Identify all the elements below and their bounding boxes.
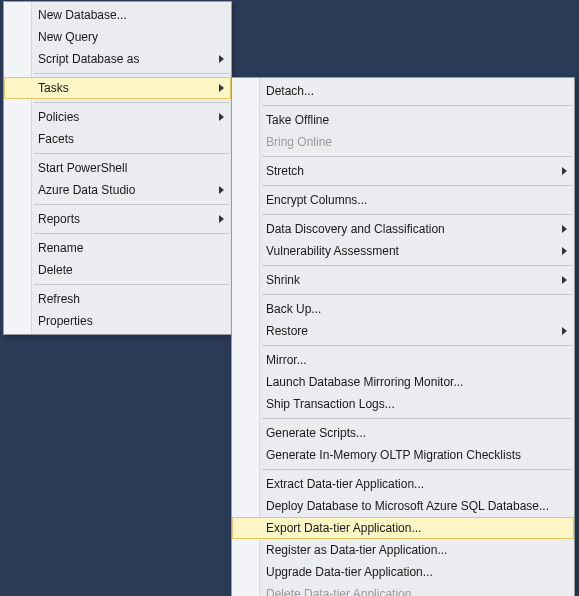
menu-item-bring-online: Bring Online [232, 131, 574, 153]
menu-item-label: Rename [38, 241, 211, 255]
chevron-right-icon [219, 215, 224, 223]
menu-item-azure-data-studio[interactable]: Azure Data Studio [4, 179, 231, 201]
menu-item-label: New Database... [38, 8, 211, 22]
menu-item-ship-transaction-logs[interactable]: Ship Transaction Logs... [232, 393, 574, 415]
menu-item-label: Back Up... [266, 302, 554, 316]
chevron-right-icon [562, 247, 567, 255]
menu-item-encrypt-columns[interactable]: Encrypt Columns... [232, 189, 574, 211]
menu-item-register-dacpac[interactable]: Register as Data-tier Application... [232, 539, 574, 561]
context-menu-main: New Database...New QueryScript Database … [3, 1, 232, 335]
menu-item-reports[interactable]: Reports [4, 208, 231, 230]
menu-separator [262, 214, 572, 215]
chevron-right-icon [562, 327, 567, 335]
menu-item-label: Azure Data Studio [38, 183, 211, 197]
menu-item-label: Generate Scripts... [266, 426, 554, 440]
menu-separator [34, 102, 229, 103]
menu-item-label: Take Offline [266, 113, 554, 127]
menu-item-label: Export Data-tier Application... [266, 521, 554, 535]
menu-item-deploy-azure-sql[interactable]: Deploy Database to Microsoft Azure SQL D… [232, 495, 574, 517]
menu-item-stretch[interactable]: Stretch [232, 160, 574, 182]
menu-item-label: Mirror... [266, 353, 554, 367]
menu-item-export-dacpac[interactable]: Export Data-tier Application... [232, 517, 574, 539]
menu-separator [34, 204, 229, 205]
menu-item-rename[interactable]: Rename [4, 237, 231, 259]
menu-item-label: New Query [38, 30, 211, 44]
menu-item-delete-dacpac: Delete Data-tier Application... [232, 583, 574, 596]
menu-item-label: Stretch [266, 164, 554, 178]
menu-item-label: Refresh [38, 292, 211, 306]
menu-item-label: Start PowerShell [38, 161, 211, 175]
menu-separator [262, 469, 572, 470]
chevron-right-icon [562, 225, 567, 233]
menu-item-new-database[interactable]: New Database... [4, 4, 231, 26]
menu-item-label: Detach... [266, 84, 554, 98]
menu-separator [262, 156, 572, 157]
menu-item-label: Facets [38, 132, 211, 146]
menu-item-label: Deploy Database to Microsoft Azure SQL D… [266, 499, 554, 513]
menu-item-shrink[interactable]: Shrink [232, 269, 574, 291]
menu-item-label: Vulnerability Assessment [266, 244, 554, 258]
menu-item-label: Generate In-Memory OLTP Migration Checkl… [266, 448, 554, 462]
chevron-right-icon [219, 113, 224, 121]
menu-item-label: Delete [38, 263, 211, 277]
menu-item-label: Register as Data-tier Application... [266, 543, 554, 557]
menu-item-generate-oltp-checklists[interactable]: Generate In-Memory OLTP Migration Checkl… [232, 444, 574, 466]
menu-separator [262, 418, 572, 419]
menu-item-upgrade-dacpac[interactable]: Upgrade Data-tier Application... [232, 561, 574, 583]
context-menu-tasks: Detach...Take OfflineBring OnlineStretch… [231, 77, 575, 596]
menu-item-take-offline[interactable]: Take Offline [232, 109, 574, 131]
menu-item-delete[interactable]: Delete [4, 259, 231, 281]
menu-item-refresh[interactable]: Refresh [4, 288, 231, 310]
menu-separator [262, 105, 572, 106]
menu-item-tasks[interactable]: Tasks [4, 77, 231, 99]
chevron-right-icon [219, 84, 224, 92]
menu-item-generate-scripts[interactable]: Generate Scripts... [232, 422, 574, 444]
menu-item-label: Policies [38, 110, 211, 124]
menu-item-extract-dacpac[interactable]: Extract Data-tier Application... [232, 473, 574, 495]
menu-item-new-query[interactable]: New Query [4, 26, 231, 48]
menu-item-start-powershell[interactable]: Start PowerShell [4, 157, 231, 179]
menu-separator [34, 284, 229, 285]
chevron-right-icon [562, 276, 567, 284]
chevron-right-icon [219, 186, 224, 194]
menu-item-label: Bring Online [266, 135, 554, 149]
menu-item-back-up[interactable]: Back Up... [232, 298, 574, 320]
menu-item-facets[interactable]: Facets [4, 128, 231, 150]
menu-item-label: Launch Database Mirroring Monitor... [266, 375, 554, 389]
menu-item-mirror[interactable]: Mirror... [232, 349, 574, 371]
menu-separator [262, 185, 572, 186]
menu-separator [34, 233, 229, 234]
menu-item-launch-mirroring-monitor[interactable]: Launch Database Mirroring Monitor... [232, 371, 574, 393]
menu-item-label: Script Database as [38, 52, 211, 66]
menu-item-label: Properties [38, 314, 211, 328]
menu-separator [34, 73, 229, 74]
menu-item-label: Extract Data-tier Application... [266, 477, 554, 491]
menu-item-properties[interactable]: Properties [4, 310, 231, 332]
menu-item-label: Delete Data-tier Application... [266, 587, 554, 596]
menu-item-label: Encrypt Columns... [266, 193, 554, 207]
menu-separator [34, 153, 229, 154]
menu-item-label: Ship Transaction Logs... [266, 397, 554, 411]
menu-item-label: Shrink [266, 273, 554, 287]
menu-item-label: Reports [38, 212, 211, 226]
menu-item-label: Tasks [38, 81, 211, 95]
menu-item-label: Restore [266, 324, 554, 338]
menu-item-vulnerability-assessment[interactable]: Vulnerability Assessment [232, 240, 574, 262]
menu-item-script-database-as[interactable]: Script Database as [4, 48, 231, 70]
menu-item-policies[interactable]: Policies [4, 106, 231, 128]
menu-item-data-discovery[interactable]: Data Discovery and Classification [232, 218, 574, 240]
menu-item-detach[interactable]: Detach... [232, 80, 574, 102]
menu-item-label: Upgrade Data-tier Application... [266, 565, 554, 579]
chevron-right-icon [219, 55, 224, 63]
chevron-right-icon [562, 167, 567, 175]
menu-item-restore[interactable]: Restore [232, 320, 574, 342]
menu-separator [262, 265, 572, 266]
menu-separator [262, 345, 572, 346]
menu-item-label: Data Discovery and Classification [266, 222, 554, 236]
menu-separator [262, 294, 572, 295]
